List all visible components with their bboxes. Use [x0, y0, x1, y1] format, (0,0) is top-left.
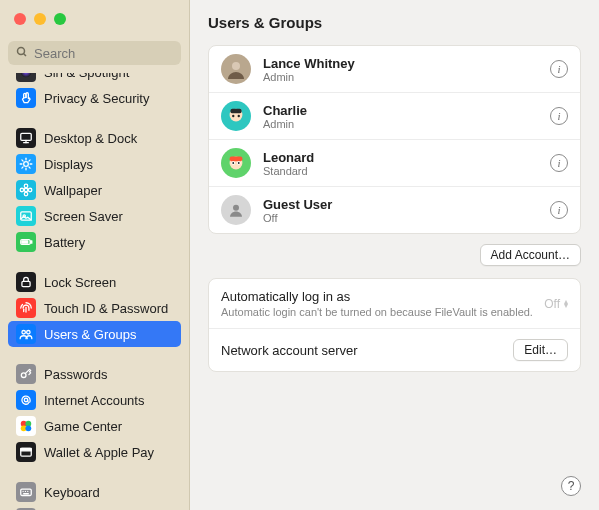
auto-login-note: Automatic login can't be turned on becau…: [221, 306, 534, 318]
fingerprint-icon: [16, 298, 36, 318]
sidebar-item-screen-saver[interactable]: Screen Saver: [8, 203, 181, 229]
svg-point-46: [232, 62, 240, 70]
svg-point-18: [20, 188, 24, 192]
user-avatar: [221, 54, 251, 84]
user-name: Charlie: [263, 103, 307, 118]
sidebar-item-label: Lock Screen: [44, 275, 116, 290]
game-icon: [16, 416, 36, 436]
svg-point-6: [24, 162, 29, 167]
content-area: Users & Groups Lance WhitneyAdminiCharli…: [190, 0, 599, 510]
search-icon: [16, 44, 28, 62]
sidebar-item-label: Screen Saver: [44, 209, 123, 224]
user-role: Admin: [263, 118, 307, 130]
user-avatar: [221, 195, 251, 225]
sidebar-item-label: Displays: [44, 157, 93, 172]
window-traffic-lights: [0, 0, 189, 38]
add-account-button[interactable]: Add Account…: [480, 244, 581, 266]
sidebar-item-lock-screen[interactable]: Lock Screen: [8, 269, 181, 295]
sidebar-item-label: Battery: [44, 235, 85, 250]
sidebar-item-label: Users & Groups: [44, 327, 136, 342]
keyboard-icon: [16, 482, 36, 502]
sidebar-item-label: Siri & Spotlight: [44, 73, 129, 80]
sidebar-item-privacy-security[interactable]: Privacy & Security: [8, 85, 181, 111]
user-name: Leonard: [263, 150, 314, 165]
user-row[interactable]: CharlieAdmini: [209, 92, 580, 139]
sidebar-item-siri-spotlight[interactable]: Siri & Spotlight: [8, 73, 181, 85]
network-account-server-row: Network account server Edit…: [209, 328, 580, 371]
sidebar-item-label: Wallet & Apple Pay: [44, 445, 154, 460]
chevron-updown-icon: ▴▾: [564, 300, 568, 308]
svg-point-16: [24, 184, 28, 188]
svg-point-49: [232, 115, 234, 117]
sidebar-item-wallet-apple-pay[interactable]: Wallet & Apple Pay: [8, 439, 181, 465]
hand-icon: [16, 88, 36, 108]
user-row[interactable]: Guest UserOffi: [209, 186, 580, 233]
svg-rect-23: [31, 241, 32, 243]
sidebar: Siri & SpotlightPrivacy & SecurityDeskto…: [0, 0, 190, 510]
sidebar-item-label: Desktop & Dock: [44, 131, 137, 146]
wallet-icon: [16, 442, 36, 462]
user-name: Lance Whitney: [263, 56, 355, 71]
sidebar-item-trackpad[interactable]: Trackpad: [8, 505, 181, 510]
desktop-icon: [16, 128, 36, 148]
svg-rect-52: [230, 157, 243, 162]
sidebar-item-label: Touch ID & Password: [44, 301, 168, 316]
svg-point-26: [22, 331, 26, 335]
at-icon: [16, 390, 36, 410]
auto-login-row[interactable]: Automatically log in as Automatic login …: [209, 279, 580, 328]
sidebar-nav: Siri & SpotlightPrivacy & SecurityDeskto…: [0, 73, 189, 510]
svg-rect-36: [21, 489, 32, 495]
user-name: Guest User: [263, 197, 332, 212]
sidebar-item-label: Keyboard: [44, 485, 100, 500]
sidebar-item-label: Internet Accounts: [44, 393, 144, 408]
auto-login-value: Off ▴▾: [544, 297, 568, 311]
user-avatar: [221, 101, 251, 131]
svg-line-11: [22, 160, 23, 161]
search-input[interactable]: [34, 46, 202, 61]
sidebar-item-displays[interactable]: Displays: [8, 151, 181, 177]
svg-point-15: [24, 188, 28, 192]
sidebar-item-passwords[interactable]: Passwords: [8, 361, 181, 387]
users-list-panel: Lance WhitneyAdminiCharlieAdminiLeonardS…: [208, 45, 581, 234]
info-icon[interactable]: i: [550, 60, 568, 78]
sidebar-item-label: Passwords: [44, 367, 108, 382]
svg-rect-24: [22, 241, 28, 243]
zoom-window-button[interactable]: [54, 13, 66, 25]
sidebar-item-users-groups[interactable]: Users & Groups: [8, 321, 181, 347]
svg-point-55: [232, 162, 234, 164]
sidebar-item-keyboard[interactable]: Keyboard: [8, 479, 181, 505]
user-role: Standard: [263, 165, 314, 177]
svg-point-27: [27, 331, 30, 335]
close-window-button[interactable]: [14, 13, 26, 25]
key-icon: [16, 364, 36, 384]
edit-button[interactable]: Edit…: [513, 339, 568, 361]
sidebar-item-desktop-dock[interactable]: Desktop & Dock: [8, 125, 181, 151]
info-icon[interactable]: i: [550, 201, 568, 219]
svg-point-56: [238, 162, 240, 164]
sidebar-item-touch-id-password[interactable]: Touch ID & Password: [8, 295, 181, 321]
svg-line-12: [29, 167, 30, 168]
svg-rect-3: [21, 133, 32, 140]
battery-icon: [16, 232, 36, 252]
svg-line-14: [29, 160, 30, 161]
search-field[interactable]: [8, 41, 181, 65]
info-icon[interactable]: i: [550, 107, 568, 125]
user-row[interactable]: LeonardStandardi: [209, 139, 580, 186]
svg-point-33: [25, 425, 31, 431]
svg-point-17: [24, 192, 28, 196]
info-icon[interactable]: i: [550, 154, 568, 172]
sidebar-item-battery[interactable]: Battery: [8, 229, 181, 255]
sidebar-item-internet-accounts[interactable]: Internet Accounts: [8, 387, 181, 413]
page-title: Users & Groups: [208, 14, 581, 31]
minimize-window-button[interactable]: [34, 13, 46, 25]
user-row[interactable]: Lance WhitneyAdmini: [209, 46, 580, 92]
svg-point-2: [21, 73, 32, 77]
sidebar-item-wallpaper[interactable]: Wallpaper: [8, 177, 181, 203]
help-button[interactable]: ?: [561, 476, 581, 496]
sidebar-item-label: Game Center: [44, 419, 122, 434]
user-role: Admin: [263, 71, 355, 83]
svg-rect-35: [21, 449, 32, 451]
svg-point-0: [18, 48, 25, 55]
lock-icon: [16, 272, 36, 292]
sidebar-item-game-center[interactable]: Game Center: [8, 413, 181, 439]
